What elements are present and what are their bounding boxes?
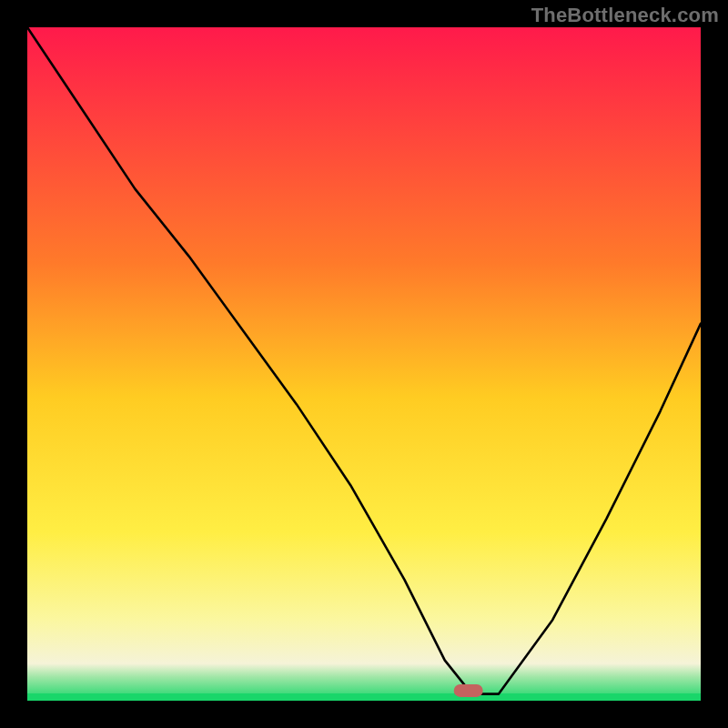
optimal-point-marker [454,684,483,697]
svg-rect-1 [27,693,701,701]
watermark-label: TheBottleneck.com [531,4,719,27]
chart-frame: TheBottleneck.com [0,0,728,728]
plot-area [27,27,701,701]
chart-svg [0,0,728,728]
